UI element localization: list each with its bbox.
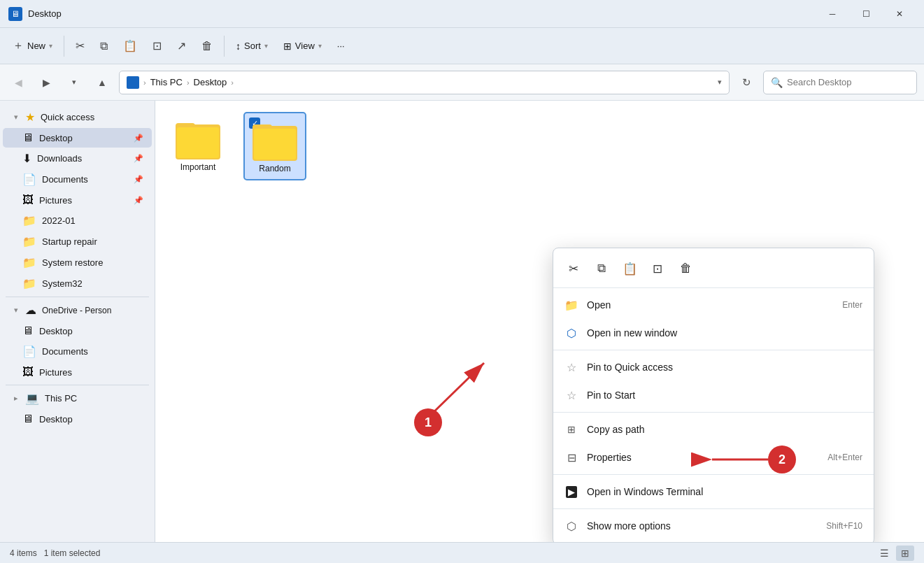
folder-item-important[interactable]: Important: [166, 112, 229, 180]
ctx-pin-start-icon: ☆: [564, 388, 578, 402]
folder-icon-important: [173, 117, 223, 159]
more-icon: ···: [337, 41, 345, 51]
main-layout: ▾ ★ Quick access 🖥 Desktop 📌 ⬇ Downloads…: [0, 101, 924, 542]
ctx-item-new-window[interactable]: ⬡ Open in new window: [553, 319, 874, 347]
folder-icon-sys32: 📁: [22, 277, 36, 290]
ctx-item-terminal[interactable]: ▶ Open in Windows Terminal: [553, 478, 874, 506]
ctx-item-pin-start[interactable]: ☆ Pin to Start: [553, 381, 874, 409]
sidebar-item-downloads[interactable]: ⬇ Downloads 📌: [3, 148, 152, 169]
folder-icon-random: [250, 119, 300, 161]
sidebar-thispc-desktop[interactable]: 🖥 Desktop: [3, 409, 152, 429]
pin-icon-pictures: 📌: [134, 196, 143, 205]
list-view-button[interactable]: ☰: [875, 546, 893, 561]
back-button[interactable]: ◀: [7, 71, 29, 94]
sidebar-onedrive-documents[interactable]: 📄 Documents: [3, 341, 152, 362]
ctx-compress-icon: ⊡: [653, 262, 662, 276]
ctx-more-options-icon: ⬡: [564, 519, 578, 533]
recent-button[interactable]: ▾: [63, 71, 85, 94]
pictures-icon: 🖼: [22, 194, 34, 206]
onedrive-icon: ☁: [25, 304, 36, 317]
view-button[interactable]: ⊞ View ▾: [276, 33, 329, 59]
pin-icon-downloads: 📌: [134, 154, 143, 163]
maximize-button[interactable]: ☐: [850, 3, 882, 25]
refresh-button[interactable]: ↻: [735, 71, 758, 94]
sidebar-item-startup[interactable]: 📁 Startup repair: [3, 231, 152, 252]
ctx-delete-button[interactable]: 🗑: [674, 257, 697, 280]
ctx-compress-button[interactable]: ⊡: [646, 257, 669, 280]
ctx-cut-icon: ✂: [569, 262, 578, 276]
breadcrumb-sep-3: ›: [231, 78, 234, 87]
ctx-new-window-label: Open in new window: [587, 327, 677, 338]
pc-desktop-label: Desktop: [39, 414, 73, 425]
toolbar: ＋ New ▾ ✂ ⧉ 📋 ⊡ ↗ 🗑 ↕ Sort ▾ ⊞ View ▾ ··…: [0, 28, 924, 64]
folder-item-random[interactable]: ✓ Random: [243, 112, 306, 180]
sidebar-item-documents[interactable]: 📄 Documents 📌: [3, 169, 152, 190]
window-title: Desktop: [28, 8, 816, 19]
ctx-toolbar: ✂ ⧉ 📋 ⊡ 🗑: [553, 252, 874, 288]
ctx-paste-button[interactable]: 📋: [618, 257, 641, 280]
new-button[interactable]: ＋ New ▾: [6, 33, 59, 59]
search-box[interactable]: 🔍: [763, 71, 917, 94]
sidebar-divider-2: [6, 385, 149, 385]
up-button[interactable]: ▲: [91, 71, 113, 94]
this-pc-icon: 💻: [25, 392, 39, 405]
sidebar-onedrive-desktop[interactable]: 🖥 Desktop: [3, 321, 152, 341]
ctx-copy-icon: ⧉: [597, 262, 606, 276]
sidebar-item-sys32[interactable]: 📁 System32: [3, 273, 152, 294]
ctx-copy-path-icon: ⊞: [564, 422, 578, 436]
address-bar[interactable]: › This PC › Desktop › ▾: [119, 71, 730, 94]
toolbar-separator-1: [64, 36, 64, 57]
od-pictures-label: Pictures: [39, 367, 72, 378]
sidebar-downloads-label: Downloads: [37, 153, 82, 164]
close-button[interactable]: ✕: [883, 3, 916, 25]
cut-button[interactable]: ✂: [69, 33, 92, 59]
sidebar-item-sysrestore[interactable]: 📁 System restore: [3, 252, 152, 273]
more-button[interactable]: ···: [330, 33, 352, 59]
ctx-cut-button[interactable]: ✂: [562, 257, 585, 280]
ctx-item-open[interactable]: 📁 Open Enter: [553, 291, 874, 319]
breadcrumb-this-pc[interactable]: This PC: [150, 77, 183, 87]
sidebar-onedrive-header[interactable]: ▾ ☁ OneDrive - Person: [3, 300, 152, 320]
compress-icon: ⊡: [152, 39, 162, 52]
ctx-item-properties[interactable]: ⊟ Properties Alt+Enter: [553, 443, 874, 471]
od-pictures-icon: 🖼: [22, 366, 34, 378]
sidebar-item-pictures[interactable]: 🖼 Pictures 📌: [3, 190, 152, 210]
documents-icon: 📄: [22, 173, 36, 186]
ctx-item-more-options[interactable]: ⬡ Show more options Shift+F10: [553, 512, 874, 540]
ctx-copy-button[interactable]: ⧉: [590, 257, 613, 280]
sidebar-item-2022[interactable]: 📁 2022-01: [3, 211, 152, 231]
sort-icon: ↕: [236, 41, 241, 52]
search-input[interactable]: [787, 77, 909, 87]
minimize-button[interactable]: ─: [816, 3, 848, 25]
sidebar-2022-label: 2022-01: [42, 215, 76, 226]
sort-button[interactable]: ↕ Sort ▾: [229, 33, 275, 59]
ctx-item-copy-path[interactable]: ⊞ Copy as path: [553, 415, 874, 443]
sidebar-startup-label: Startup repair: [42, 236, 97, 247]
sidebar-onedrive-pictures[interactable]: 🖼 Pictures: [3, 362, 152, 382]
forward-button[interactable]: ▶: [35, 71, 57, 94]
share-icon: ↗: [177, 39, 186, 52]
new-label: New: [27, 41, 45, 51]
folder-icon-2022: 📁: [22, 214, 36, 227]
share-button[interactable]: ↗: [170, 33, 193, 59]
grid-view-button[interactable]: ⊞: [896, 546, 914, 561]
sidebar-sys32-label: System32: [42, 278, 83, 289]
folder-grid: Important ✓ Random: [166, 112, 913, 180]
breadcrumb-desktop[interactable]: Desktop: [194, 77, 227, 87]
title-bar: 🖥 Desktop ─ ☐ ✕: [0, 0, 924, 28]
delete-button[interactable]: 🗑: [194, 33, 220, 59]
sidebar-this-pc-header[interactable]: ▸ 💻 This PC: [3, 388, 152, 408]
sort-label: Sort: [244, 41, 261, 51]
ctx-item-pin-quick[interactable]: ☆ Pin to Quick access: [553, 353, 874, 381]
search-icon: 🔍: [771, 77, 783, 88]
compress-button[interactable]: ⊡: [145, 33, 169, 59]
sidebar-pictures-label: Pictures: [39, 195, 72, 206]
address-dropdown-icon[interactable]: ▾: [718, 78, 722, 87]
copy-button[interactable]: ⧉: [93, 33, 115, 59]
view-label: View: [295, 41, 315, 51]
sidebar-item-desktop[interactable]: 🖥 Desktop 📌: [3, 128, 152, 148]
paste-button[interactable]: 📋: [116, 33, 144, 59]
ctx-open-icon: 📁: [564, 298, 578, 312]
ctx-new-window-icon: ⬡: [564, 326, 578, 340]
annotation-1: 1: [414, 408, 442, 436]
